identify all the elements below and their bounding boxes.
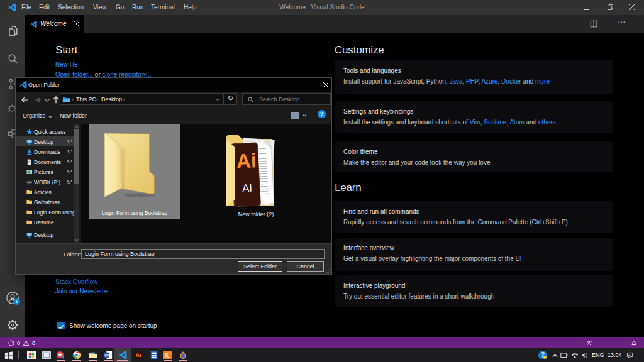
svg-text:W: W	[104, 353, 109, 358]
svg-text:Ai: Ai	[236, 149, 257, 173]
svg-text:AI: AI	[242, 182, 252, 194]
